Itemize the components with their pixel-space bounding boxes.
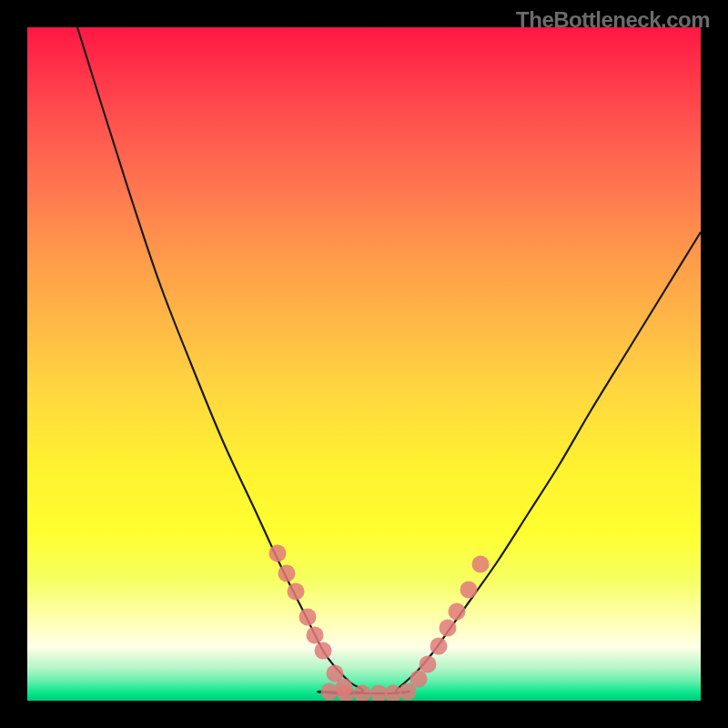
data-bead (315, 642, 332, 660)
data-bead (288, 583, 305, 601)
data-bead (472, 556, 490, 573)
data-bead (354, 685, 371, 702)
data-bead (321, 683, 339, 701)
data-bead (269, 545, 287, 562)
data-bead (430, 638, 448, 655)
data-bead (299, 609, 317, 626)
data-bead (307, 627, 324, 644)
data-bead (460, 581, 478, 599)
left-curve-path (77, 27, 410, 693)
data-bead (420, 656, 437, 673)
data-bead (278, 565, 296, 582)
data-bead (440, 620, 457, 637)
data-bead (449, 603, 466, 621)
data-bead (410, 671, 428, 688)
curve-overlay (27, 27, 701, 701)
right-curve-path (318, 232, 701, 693)
beads-group (269, 545, 490, 702)
